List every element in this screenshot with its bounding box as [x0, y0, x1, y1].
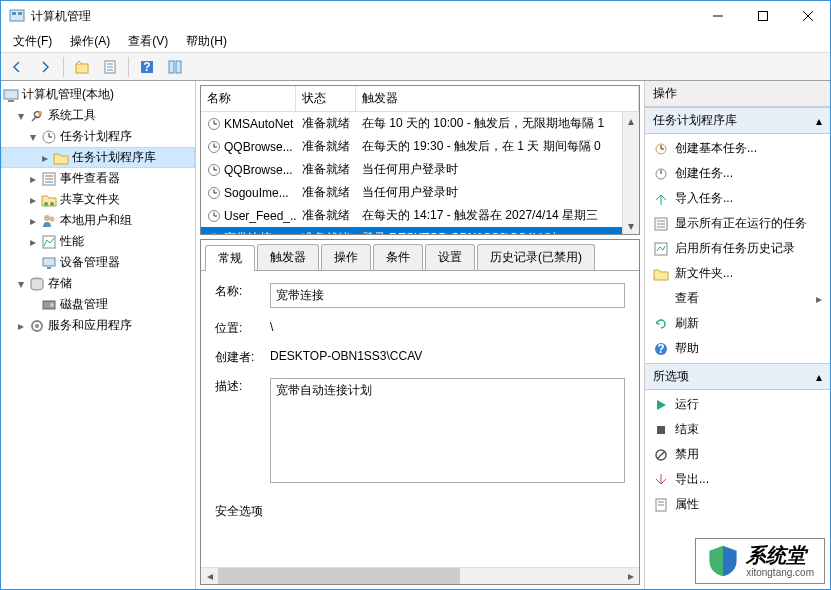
tab[interactable]: 触发器 — [257, 244, 319, 270]
tree-task-library[interactable]: ▸ 任务计划程序库 — [1, 147, 195, 168]
properties-button[interactable] — [98, 56, 122, 78]
action-item[interactable]: 查看▸ — [645, 286, 830, 311]
list-body[interactable]: KMSAutoNet准备就绪在每 10 天的 10:00 - 触发后，无限期地每… — [201, 112, 622, 234]
action-item[interactable]: 创建基本任务... — [645, 136, 830, 161]
tree-label: 服务和应用程序 — [48, 317, 132, 334]
clock-icon — [207, 117, 221, 131]
panes-button[interactable] — [163, 56, 187, 78]
table-row[interactable]: User_Feed_...准备就绪在每天的 14:17 - 触发器在 2027/… — [201, 204, 622, 227]
tree-label: 共享文件夹 — [60, 191, 120, 208]
expand-icon[interactable]: ▸ — [39, 152, 51, 164]
tab[interactable]: 常规 — [205, 245, 255, 271]
action-item[interactable]: 刷新 — [645, 311, 830, 336]
collapse-icon[interactable]: ▾ — [15, 110, 27, 122]
svg-point-37 — [35, 324, 39, 328]
field-creator: DESKTOP-OBN1SS3\CCAV — [270, 349, 625, 363]
maximize-button[interactable] — [740, 1, 785, 31]
minimize-button[interactable] — [695, 1, 740, 31]
tree-disk-management[interactable]: 磁盘管理 — [1, 294, 195, 315]
expand-icon[interactable]: ▸ — [15, 320, 27, 332]
tree-system-tools[interactable]: ▾ 系统工具 — [1, 105, 195, 126]
expand-icon[interactable]: ▸ — [27, 194, 39, 206]
help-button[interactable]: ? — [135, 56, 159, 78]
col-name[interactable]: 名称 — [201, 86, 296, 111]
vertical-scrollbar[interactable]: ▴ ▾ — [622, 112, 639, 234]
collapse-icon[interactable]: ▾ — [27, 131, 39, 143]
scroll-right-icon[interactable]: ▸ — [622, 568, 639, 584]
horizontal-scrollbar[interactable]: ◂ ▸ — [201, 567, 639, 584]
tab[interactable]: 历史记录(已禁用) — [477, 244, 595, 270]
history-icon — [653, 241, 669, 257]
svg-rect-4 — [758, 12, 767, 21]
actions-group1-header[interactable]: 任务计划程序库 ▴ — [645, 107, 830, 134]
action-item[interactable]: 新文件夹... — [645, 261, 830, 286]
col-status[interactable]: 状态 — [296, 86, 356, 111]
up-button[interactable] — [70, 56, 94, 78]
tab[interactable]: 条件 — [373, 244, 423, 270]
collapse-icon[interactable]: ▴ — [816, 114, 822, 128]
action-item[interactable]: 显示所有正在运行的任务 — [645, 211, 830, 236]
action-label: 创建任务... — [675, 165, 733, 182]
collapse-icon[interactable]: ▾ — [15, 278, 27, 290]
back-button[interactable] — [5, 56, 29, 78]
table-row[interactable]: QQBrowse...准备就绪在每天的 19:30 - 触发后，在 1 天 期间… — [201, 135, 622, 158]
menu-help[interactable]: 帮助(H) — [178, 31, 235, 52]
action-item[interactable]: 启用所有任务历史记录 — [645, 236, 830, 261]
tree-local-users[interactable]: ▸ 本地用户和组 — [1, 210, 195, 231]
svg-rect-69 — [657, 426, 665, 434]
action-item[interactable]: 导出... — [645, 467, 830, 492]
tab[interactable]: 操作 — [321, 244, 371, 270]
collapse-icon[interactable]: ▴ — [816, 370, 822, 384]
tree-shared-folders[interactable]: ▸ 共享文件夹 — [1, 189, 195, 210]
tab[interactable]: 设置 — [425, 244, 475, 270]
action-item[interactable]: 导入任务... — [645, 186, 830, 211]
table-row[interactable]: 宽带连接准备就绪登录 DESKTOP-OBN1SS3\CCAV 时 — [201, 227, 622, 234]
svg-point-18 — [38, 111, 42, 115]
action-item[interactable]: 属性 — [645, 492, 830, 517]
actions-group2-header[interactable]: 所选项 ▴ — [645, 363, 830, 390]
tree-event-viewer[interactable]: ▸ 事件查看器 — [1, 168, 195, 189]
close-button[interactable] — [785, 1, 830, 31]
tree-label: 本地用户和组 — [60, 212, 132, 229]
tree-storage[interactable]: ▾ 存储 — [1, 273, 195, 294]
action-label: 刷新 — [675, 315, 699, 332]
expand-icon[interactable]: ▸ — [27, 215, 39, 227]
action-item[interactable]: 运行 — [645, 392, 830, 417]
forward-button[interactable] — [33, 56, 57, 78]
tree-performance[interactable]: ▸ 性能 — [1, 231, 195, 252]
expand-icon[interactable]: ▸ — [27, 173, 39, 185]
svg-rect-66 — [655, 243, 667, 255]
table-row[interactable]: QQBrowse...准备就绪当任何用户登录时 — [201, 158, 622, 181]
label-creator: 创建者: — [215, 349, 270, 366]
expand-icon[interactable]: ▸ — [27, 236, 39, 248]
svg-rect-17 — [8, 100, 14, 102]
action-item[interactable]: 禁用 — [645, 442, 830, 467]
col-trigger[interactable]: 触发器 — [356, 86, 639, 111]
cell-status: 准备就绪 — [296, 159, 356, 180]
field-desc[interactable]: 宽带自动连接计划 — [270, 378, 625, 483]
tree-services[interactable]: ▸ 服务和应用程序 — [1, 315, 195, 336]
tree-task-scheduler[interactable]: ▾ 任务计划程序 — [1, 126, 195, 147]
action-item[interactable]: ?帮助 — [645, 336, 830, 361]
action-label: 导入任务... — [675, 190, 733, 207]
menu-view[interactable]: 查看(V) — [120, 31, 176, 52]
refresh-icon — [653, 316, 669, 332]
view-icon — [653, 291, 669, 307]
field-name[interactable]: 宽带连接 — [270, 283, 625, 308]
action-item[interactable]: 创建任务... — [645, 161, 830, 186]
table-row[interactable]: KMSAutoNet准备就绪在每 10 天的 10:00 - 触发后，无限期地每… — [201, 112, 622, 135]
menu-file[interactable]: 文件(F) — [5, 31, 60, 52]
scroll-up-icon[interactable]: ▴ — [623, 112, 639, 129]
scroll-left-icon[interactable]: ◂ — [201, 568, 218, 584]
scroll-down-icon[interactable]: ▾ — [623, 217, 639, 234]
tree-device-manager[interactable]: 设备管理器 — [1, 252, 195, 273]
tree-panel[interactable]: 计算机管理(本地) ▾ 系统工具 ▾ 任务计划程序 ▸ 任务计划程序库 ▸ 事件… — [1, 81, 196, 589]
actions-header: 操作 — [645, 81, 830, 107]
action-item[interactable]: 结束 — [645, 417, 830, 442]
menu-action[interactable]: 操作(A) — [62, 31, 118, 52]
users-icon — [41, 213, 57, 229]
tree-root[interactable]: 计算机管理(本地) — [1, 84, 195, 105]
new-task-icon — [653, 166, 669, 182]
table-row[interactable]: SogouIme...准备就绪当任何用户登录时 — [201, 181, 622, 204]
actions-panel: 操作 任务计划程序库 ▴ 创建基本任务...创建任务...导入任务...显示所有… — [645, 81, 830, 589]
